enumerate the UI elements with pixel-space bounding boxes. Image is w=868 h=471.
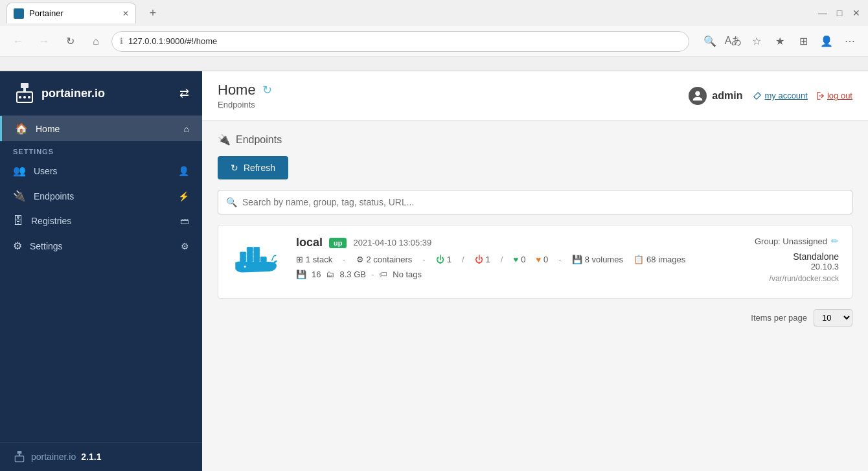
- user-avatar: [689, 87, 707, 105]
- sidebar-item-home[interactable]: 🏠 Home ⌂: [0, 116, 202, 141]
- settings-section-label: SETTINGS: [0, 141, 202, 158]
- sidebar-item-settings[interactable]: ⚙ Settings ⚙: [0, 233, 202, 258]
- endpoint-logo: [231, 236, 283, 288]
- info-icon: ℹ: [120, 36, 123, 46]
- close-button[interactable]: ✕: [851, 8, 862, 18]
- svg-rect-13: [260, 257, 266, 262]
- svg-rect-0: [21, 83, 29, 88]
- disk-count: 16: [312, 270, 321, 279]
- user-info: admin: [689, 87, 742, 105]
- profile-icon[interactable]: 👤: [816, 31, 837, 52]
- section-title-icon: 🔌: [218, 133, 231, 146]
- users-icon-right: 👤: [178, 166, 189, 176]
- items-per-page-select[interactable]: 10 25 50 100: [814, 309, 852, 327]
- svg-point-9: [696, 91, 700, 95]
- sidebar-logo-area: portainer.io ⇄: [0, 71, 202, 116]
- sidebar-item-users[interactable]: 👥 Users 👤: [0, 158, 202, 183]
- endpoint-name: local: [296, 236, 323, 249]
- home-button[interactable]: ⌂: [86, 31, 106, 52]
- browser-chrome: Portainer ✕ + — □ ✕ ← → ↻ ⌂ ℹ 127.0.0.1:…: [0, 0, 868, 71]
- stopped-count: 1: [486, 255, 490, 264]
- images-stat: 📋 68 images: [634, 255, 685, 264]
- stopped-stat: ⏻ 1: [475, 255, 490, 264]
- svg-point-4: [23, 96, 26, 98]
- containers-stat: ⚙ 2 containers: [356, 255, 413, 264]
- section-title: 🔌 Endpoints: [218, 133, 852, 146]
- content-body: 🔌 Endpoints ↻ Refresh 🔍: [202, 121, 868, 350]
- tab-label: Portainer: [29, 8, 63, 18]
- endpoint-card[interactable]: local up 2021-04-10 13:05:39 ⊞ 1 stack -…: [218, 225, 852, 299]
- refresh-button[interactable]: ↻ Refresh: [218, 156, 288, 179]
- volumes-stat: 💾 8 volumes: [572, 255, 623, 264]
- volumes-count: 8 volumes: [585, 255, 623, 264]
- breadcrumb: Endpoints: [218, 100, 272, 109]
- collections-icon[interactable]: ⊞: [793, 31, 814, 52]
- sidebar-toggle-button[interactable]: ⇄: [179, 86, 189, 100]
- svg-rect-10: [240, 257, 246, 262]
- sidebar-nav: 🏠 Home ⌂ SETTINGS 👥 Users 👤 🔌 Endpoi: [0, 116, 202, 442]
- pagination-row: Items per page 10 25 50 100: [218, 299, 852, 337]
- settings-menu-icon[interactable]: ⋯: [839, 31, 860, 52]
- wrench-icon: [753, 91, 762, 100]
- endpoint-name-row: local up 2021-04-10 13:05:39: [296, 236, 696, 249]
- logout-icon: [816, 91, 825, 100]
- sidebar-home-label: Home: [36, 124, 60, 134]
- footer-version: 2.1.1: [81, 452, 101, 462]
- tab-favicon: [14, 8, 24, 19]
- tags-label: No tags: [393, 270, 422, 279]
- url-text: 127.0.0.1:9000/#!/home: [128, 36, 217, 46]
- new-tab-button[interactable]: +: [144, 4, 162, 22]
- stopped-icon: ⏻: [475, 255, 483, 264]
- unhealthy-icon: ♥: [536, 255, 541, 264]
- translate-icon[interactable]: Aあ: [723, 31, 744, 52]
- log-out-link[interactable]: log out: [816, 91, 852, 100]
- title-bar: Portainer ✕ + — □ ✕: [0, 0, 868, 26]
- healthy-count: 0: [521, 255, 525, 264]
- header-left: Home ↻ Endpoints: [218, 82, 272, 109]
- forward-button[interactable]: →: [34, 31, 54, 52]
- running-count: 1: [447, 255, 451, 264]
- back-button[interactable]: ←: [8, 31, 29, 52]
- sidebar-item-registries[interactable]: 🗄 Registries 🗃: [0, 209, 202, 233]
- endpoint-type: Standalone: [709, 251, 839, 262]
- stacks-count: 1 stack: [306, 255, 332, 264]
- running-stat: ⏻ 1: [436, 255, 451, 264]
- edit-group-icon[interactable]: ✏: [831, 236, 839, 246]
- endpoint-stats: ⊞ 1 stack - ⚙ 2 containers - ⏻ 1: [296, 255, 696, 264]
- svg-rect-14: [240, 252, 246, 257]
- page-refresh-icon[interactable]: ↻: [262, 83, 272, 97]
- search-bar: 🔍: [218, 190, 852, 214]
- maximize-button[interactable]: □: [834, 8, 845, 18]
- my-account-link[interactable]: my account: [753, 91, 807, 100]
- svg-rect-17: [247, 247, 253, 253]
- favorites-icon[interactable]: ☆: [746, 31, 767, 52]
- group-text: Group: Unassigned: [755, 236, 827, 246]
- bookmark-icon[interactable]: ★: [770, 31, 790, 52]
- endpoints-nav-icon: 🔌: [13, 190, 26, 202]
- svg-rect-6: [17, 451, 22, 454]
- sidebar-registries-label: Registries: [31, 216, 71, 226]
- refresh-btn-icon: ↻: [231, 163, 238, 173]
- svg-point-19: [244, 266, 246, 268]
- docker-logo: [231, 242, 283, 281]
- endpoints-icon-right: ⚡: [178, 191, 189, 201]
- search-icon: 🔍: [226, 197, 237, 207]
- username-label: admin: [712, 90, 742, 102]
- registries-icon-right: 🗃: [180, 216, 189, 226]
- endpoint-socket: /var/run/docker.sock: [709, 274, 839, 283]
- svg-rect-8: [15, 456, 23, 462]
- endpoint-tags-row: 💾 16 🗂 8.3 GB - 🏷 No tags: [296, 270, 696, 279]
- tab-close-button[interactable]: ✕: [122, 9, 129, 18]
- browser-tab[interactable]: Portainer ✕: [6, 3, 136, 23]
- images-icon: 📋: [634, 255, 644, 264]
- search-input[interactable]: [242, 197, 844, 207]
- search-nav-icon[interactable]: 🔍: [700, 31, 720, 52]
- app-container: portainer.io ⇄ 🏠 Home ⌂ SETTINGS 👥 Users: [0, 71, 868, 471]
- reload-button[interactable]: ↻: [60, 31, 80, 52]
- sidebar-item-endpoints[interactable]: 🔌 Endpoints ⚡: [0, 183, 202, 209]
- minimize-button[interactable]: —: [817, 8, 828, 18]
- svg-rect-11: [247, 257, 253, 262]
- address-bar[interactable]: ℹ 127.0.0.1:9000/#!/home: [111, 31, 689, 52]
- footer-logo-text: portainer.io: [31, 452, 76, 462]
- containers-icon: ⚙: [356, 255, 364, 264]
